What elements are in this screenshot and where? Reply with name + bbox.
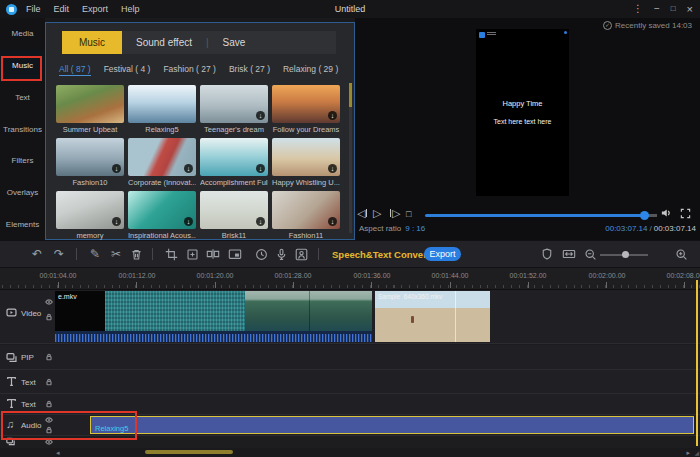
play-button[interactable]: ▷ [373,206,381,220]
menu-edit[interactable]: Edit [54,4,70,14]
video-track-icon [6,307,17,318]
scroll-left-arrow-icon[interactable]: ◂ [56,448,60,457]
download-icon[interactable]: ↓ [256,111,265,120]
total-time: 00:03:07.14 [654,224,696,233]
music-card[interactable]: Summer Upbeat [56,85,124,135]
download-icon[interactable]: ↓ [256,164,265,173]
category-all[interactable]: All ( 87 ) [59,64,91,76]
playhead[interactable] [696,280,698,446]
sidebar-item-overlays[interactable]: Overlays [0,177,45,209]
hscrollbar-thumb[interactable] [145,450,233,454]
audio-waveform [55,331,372,342]
music-thumbnail: ↓ [56,191,124,229]
music-scrollbar[interactable] [349,83,352,233]
sidebar-item-elements[interactable]: Elements [0,208,45,240]
minimize-button[interactable]: − [654,0,660,18]
lock-toggle-icon[interactable] [45,400,53,408]
seek-slider[interactable] [425,214,657,217]
split-button[interactable] [204,241,222,267]
export-button[interactable]: Export [424,247,461,261]
music-card[interactable]: ↓Corporate (Innovat... [128,138,196,188]
aspect-ratio-value[interactable]: 9 : 16 [405,224,425,233]
category-festival[interactable]: Festival ( 4 ) [104,64,151,76]
maximize-button[interactable]: □ [671,0,676,18]
timeline-hscrollbar[interactable]: ◂ ▸ ◢ [0,448,700,457]
cut-button[interactable]: ✂ [107,241,125,267]
duration-button[interactable] [252,241,270,267]
volume-icon[interactable] [660,207,672,219]
timeline-zoom-out-button[interactable] [581,241,599,267]
menu-help[interactable]: Help [121,4,140,14]
fit-timeline-button[interactable] [560,241,578,267]
app-window: File Edit Export Help Untitled ⋮ − □ × ✓… [0,0,700,457]
download-icon[interactable]: ↓ [184,217,193,226]
sidebar-item-text[interactable]: Text [0,81,45,113]
music-card[interactable]: Relaxing5 [128,85,196,135]
tab-sound-effect[interactable]: Sound effect [122,37,206,48]
zoom-frame-button[interactable] [183,241,201,267]
sidebar-item-media[interactable]: Media [0,18,45,50]
pip-button[interactable] [226,241,244,267]
download-icon[interactable]: ↓ [112,164,121,173]
timeline-zoom-knob[interactable] [622,251,629,258]
download-icon[interactable]: ↓ [256,217,265,226]
step-forward-button[interactable]: ▷ [389,206,400,220]
music-card[interactable]: ↓Accomplishment Full [200,138,268,188]
stop-button[interactable]: □ [406,207,411,221]
eye-toggle-icon[interactable] [45,298,53,306]
redo-button[interactable]: ↷ [50,241,68,267]
music-scrollbar-thumb[interactable] [349,83,352,107]
download-icon[interactable]: ↓ [184,164,193,173]
video-clip-1[interactable]: e.mkv [55,291,372,342]
download-icon[interactable]: ↓ [112,217,121,226]
category-relaxing[interactable]: Relaxing ( 29 ) [283,64,338,76]
sidebar-item-filters[interactable]: Filters [0,145,45,177]
sidebar-item-transitions[interactable]: Transitions [0,113,45,145]
resize-grip-icon[interactable]: ◢ [694,449,699,457]
tab-music[interactable]: Music [62,31,122,54]
lock-toggle-icon[interactable] [45,353,53,361]
lock-toggle-icon[interactable] [45,378,53,386]
seek-knob[interactable] [640,211,649,220]
sidebar-item-music[interactable]: Music [0,50,45,82]
shield-icon[interactable] [538,241,556,267]
music-card[interactable]: ↓Fashion11 [272,191,340,241]
eye-toggle-icon[interactable] [45,416,53,424]
close-button[interactable]: × [687,0,693,18]
record-voiceover-button[interactable] [272,241,290,267]
music-card[interactable]: ↓Follow your Dreams [272,85,340,135]
timeline-zoom-in-button[interactable] [672,241,690,267]
download-icon[interactable]: ↓ [328,217,337,226]
delete-button[interactable] [127,241,145,267]
category-brisk[interactable]: Brisk ( 27 ) [229,64,270,76]
download-icon[interactable]: ↓ [328,111,337,120]
timeline-zoom-slider[interactable] [600,254,648,256]
lock-toggle-icon[interactable] [45,313,53,321]
kebab-menu-icon[interactable]: ⋮ [633,0,643,18]
menu-file[interactable]: File [26,4,41,14]
download-icon[interactable]: ↓ [328,164,337,173]
portrait-button[interactable] [292,241,310,267]
edit-button[interactable]: ✎ [86,241,104,267]
undo-button[interactable]: ↶ [28,241,46,267]
scroll-right-arrow-icon[interactable]: ▸ [686,448,690,457]
tab-save[interactable]: Save [209,37,260,48]
eye-toggle-icon[interactable] [45,438,53,446]
crop-button[interactable] [162,241,180,267]
menu-export[interactable]: Export [82,4,108,14]
audio-clip-relaxing5[interactable]: Relaxing5 [90,416,694,434]
music-card[interactable]: ↓Happy Whistling U... [272,138,340,188]
timeline-ruler[interactable]: 00:01:04.00 00:01:12.00 00:01:20.00 00:0… [0,268,700,290]
step-back-button[interactable]: ◁ [357,206,368,220]
music-card[interactable]: ↓Teenager's dream [200,85,268,135]
video-clip-2[interactable]: Sample_640x360.mkv [375,291,490,342]
music-card[interactable]: ↓memory [56,191,124,241]
music-card[interactable]: ↓Inspirational Acous... [128,191,196,241]
music-card[interactable]: ↓Fashion10 [56,138,124,188]
lock-toggle-icon[interactable] [45,426,53,434]
aspect-ratio: Aspect ratio9 : 16 [359,224,425,233]
speech-text-converter-button[interactable]: Speech&Text Converter [332,241,439,267]
music-card[interactable]: ↓Brisk11 [200,191,268,241]
category-fashion[interactable]: Fashion ( 27 ) [163,64,215,76]
fullscreen-icon[interactable] [680,208,691,219]
